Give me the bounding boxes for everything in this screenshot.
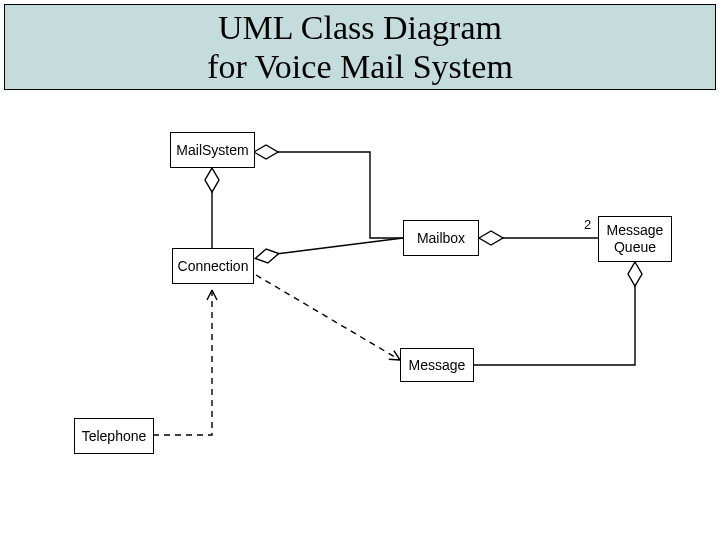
edge-mqueue-message — [474, 282, 635, 365]
class-message: Message — [400, 348, 474, 382]
diamond-mailsystem-right — [254, 145, 278, 159]
class-telephone: Telephone — [74, 418, 154, 454]
page-title: UML Class Diagram for Voice Mail System — [207, 8, 513, 86]
diamond-mailsystem-bottom — [205, 168, 219, 192]
edge-mailsystem-mailbox — [274, 152, 403, 238]
title-bar: UML Class Diagram for Voice Mail System — [4, 4, 716, 90]
edge-connection-message — [256, 275, 400, 360]
edge-connection-mailbox — [276, 238, 403, 254]
diamond-mailbox-right — [479, 231, 503, 245]
class-mailsystem: MailSystem — [170, 132, 255, 168]
edge-telephone-connection — [153, 290, 212, 435]
diamond-mqueue-bottom — [628, 262, 642, 286]
multiplicity-mailbox-mqueue: 2 — [584, 217, 591, 232]
diagram-stage: UML Class Diagram for Voice Mail System … — [0, 0, 720, 540]
class-connection: Connection — [172, 248, 254, 284]
class-message-queue: Message Queue — [598, 216, 672, 262]
diamond-connection-right-upper — [254, 248, 280, 265]
class-mailbox: Mailbox — [403, 220, 479, 256]
